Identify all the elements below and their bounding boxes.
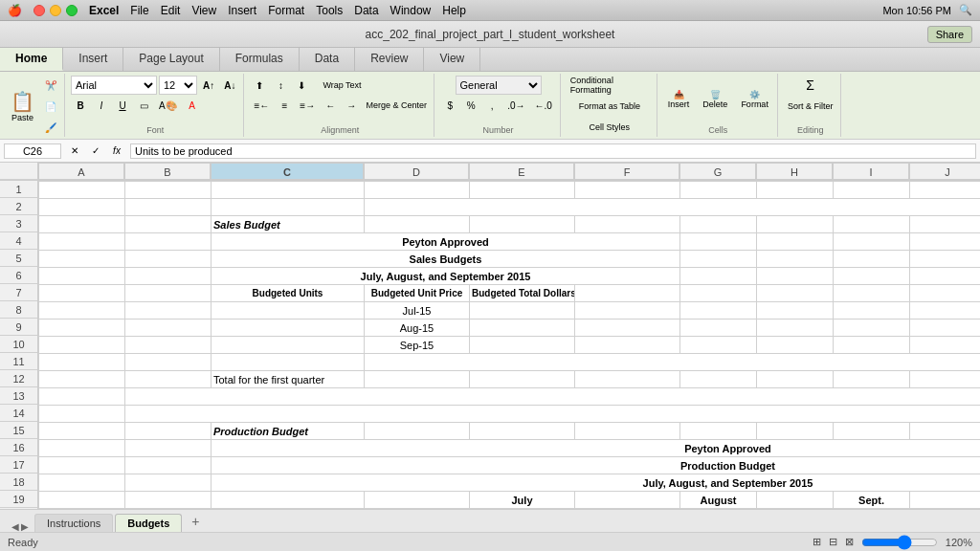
col-header-B[interactable]: B [124,163,211,180]
menu-tools[interactable]: Tools [316,4,343,17]
row-num-11[interactable]: 11 [0,353,37,370]
cell-H8[interactable] [757,302,834,320]
cell-B14[interactable] [125,406,981,423]
cell-A4[interactable] [39,233,125,251]
increase-decimal-button[interactable]: .0→ [503,96,528,115]
add-sheet-button[interactable]: + [184,511,207,532]
cell-E19[interactable]: July [470,492,575,509]
cell-E8[interactable] [470,302,575,320]
decrease-font-button[interactable]: A↓ [220,76,239,95]
row-num-13[interactable]: 13 [0,387,37,405]
row-num-10[interactable]: 10 [0,336,37,353]
cell-H15[interactable] [757,423,834,440]
normal-view-icon[interactable]: ⊞ [813,536,821,548]
cell-A10[interactable] [39,337,125,354]
cell-J5[interactable] [910,251,981,268]
cell-I10[interactable] [834,337,910,354]
cell-A8[interactable] [39,302,125,320]
cell-J4[interactable] [910,233,981,251]
cell-I9[interactable] [834,320,910,337]
cell-C4[interactable]: Peyton Approved [212,233,680,251]
cell-D2[interactable] [365,199,981,216]
cell-E15[interactable] [470,423,575,440]
cell-I7[interactable] [834,285,910,302]
row-num-5[interactable]: 5 [0,250,37,267]
cell-C10[interactable] [212,337,365,354]
cell-I6[interactable] [834,268,910,285]
cell-B15[interactable] [125,423,212,440]
menu-window[interactable]: Window [390,4,432,17]
cell-I15[interactable] [834,423,910,440]
cell-A19[interactable] [39,492,125,509]
bold-button[interactable]: B [71,96,90,115]
row-num-9[interactable]: 9 [0,319,37,336]
row-num-12[interactable]: 12 [0,370,37,387]
menu-format[interactable]: Format [268,4,304,17]
font-name-select[interactable]: Arial [71,76,157,95]
row-num-16[interactable]: 16 [0,439,37,456]
cell-A9[interactable] [39,320,125,337]
cell-D15[interactable] [365,423,470,440]
cell-D8[interactable]: Jul-15 [365,302,470,320]
share-button[interactable]: Share [927,26,972,43]
cell-F7[interactable] [575,285,680,302]
menu-view[interactable]: View [191,4,216,17]
cell-D11[interactable] [365,354,981,371]
cell-B17[interactable] [125,457,212,474]
col-header-I[interactable]: I [833,163,909,180]
cell-E7[interactable]: Budgeted Total Dollars [470,285,575,302]
cell-C6[interactable]: July, August, and September 2015 [212,268,680,285]
cell-H1[interactable] [757,182,834,199]
row-num-8[interactable]: 8 [0,301,37,319]
cell-G9[interactable] [680,320,757,337]
menu-file[interactable]: File [130,4,148,17]
cell-C15[interactable]: Production Budget [212,423,365,440]
cell-A7[interactable] [39,285,125,302]
zoom-slider[interactable] [861,537,938,548]
col-header-H[interactable]: H [756,163,833,180]
cancel-formula-button[interactable]: ✕ [65,142,84,161]
cell-A15[interactable] [39,423,125,440]
menu-data[interactable]: Data [354,4,378,17]
conditional-formatting-button[interactable]: Conditional Formatting [567,76,653,95]
cell-B5[interactable] [125,251,212,268]
col-header-F[interactable]: F [574,163,679,180]
maximize-button[interactable] [66,5,78,16]
cell-J15[interactable] [910,423,981,440]
cell-B12[interactable] [125,371,212,388]
cell-I12[interactable] [834,371,910,388]
col-header-G[interactable]: G [679,163,756,180]
copy-button[interactable]: 📄 [41,97,60,116]
font-color-button[interactable]: A [183,96,202,115]
page-break-icon[interactable]: ⊠ [845,536,854,548]
insert-function-button[interactable]: fx [107,142,126,161]
cell-E3[interactable] [470,216,575,233]
next-sheet-button[interactable]: ▶ [21,521,29,532]
cell-D7[interactable]: Budgeted Unit Price [365,285,470,302]
cell-I8[interactable] [834,302,910,320]
cell-A2[interactable] [39,199,125,216]
cell-B13[interactable] [125,388,981,406]
cell-B10[interactable] [125,337,212,354]
cell-F9[interactable] [575,320,680,337]
cell-C9[interactable] [212,320,365,337]
cell-J6[interactable] [910,268,981,285]
comma-button[interactable]: , [482,96,501,115]
close-button[interactable] [33,5,45,16]
cell-D12[interactable] [365,371,470,388]
tab-budgets[interactable]: Budgets [115,514,182,532]
tab-page-layout[interactable]: Page Layout [123,48,219,71]
format-as-table-button[interactable]: Format as Table [567,97,653,116]
cell-A13[interactable] [39,388,125,406]
cell-C1[interactable] [212,182,365,199]
cell-B19[interactable] [125,492,212,509]
cell-B18[interactable] [125,474,212,492]
cell-J8[interactable] [910,302,981,320]
cell-H12[interactable] [757,371,834,388]
cell-C12[interactable]: Total for the first quarter [212,371,365,388]
cell-H10[interactable] [757,337,834,354]
cell-J19[interactable] [910,492,981,509]
wrap-text-button[interactable]: Wrap Text [313,76,370,95]
cell-G1[interactable] [680,182,757,199]
cell-B16[interactable] [125,440,212,457]
